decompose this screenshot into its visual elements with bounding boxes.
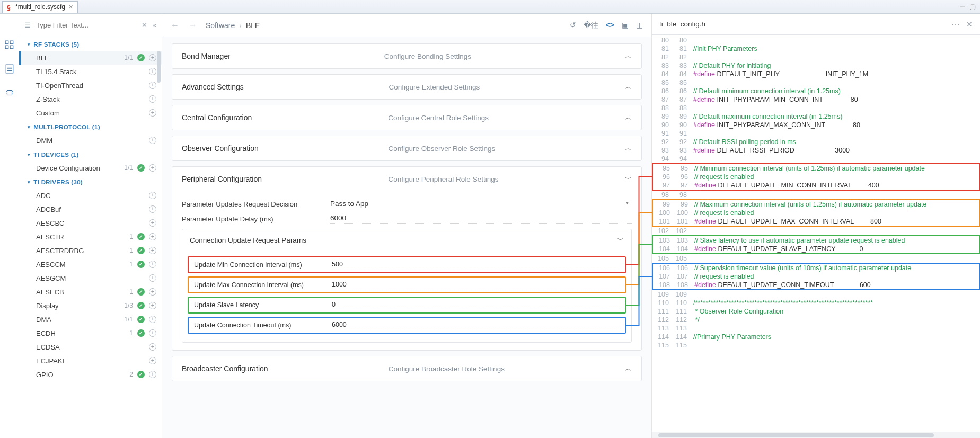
forward-icon[interactable]: → <box>189 21 197 30</box>
subcard-header[interactable]: Connection Update Request Params ﹀ <box>182 229 631 251</box>
more-icon[interactable]: ⋯ <box>951 19 966 29</box>
check-icon <box>137 371 145 378</box>
add-icon[interactable] <box>149 288 156 296</box>
tree-category[interactable]: TI DEVICES (1) <box>19 147 162 161</box>
tree-item[interactable]: DMA1/1 <box>19 312 162 326</box>
code-hscrollbar[interactable] <box>652 432 980 438</box>
tree-item[interactable]: AESCTR1 <box>19 230 162 244</box>
input-max-conn[interactable]: 1000 <box>332 281 620 289</box>
add-icon[interactable] <box>149 329 156 337</box>
tree-item[interactable]: DMM <box>19 133 162 147</box>
box-icon[interactable]: ▣ <box>622 21 629 30</box>
code-line: 8282 <box>652 53 980 61</box>
add-icon[interactable] <box>149 316 156 323</box>
tree-item-count: 1/1 <box>124 164 133 172</box>
back-icon[interactable]: ← <box>171 21 179 30</box>
code-line: 8383// Default PHY for initiating <box>652 61 980 70</box>
filter-input[interactable] <box>36 21 136 29</box>
tree-item[interactable]: Custom <box>19 106 162 120</box>
close-tab-icon[interactable]: ✕ <box>68 4 73 11</box>
chevron-up-icon: ︿ <box>625 364 632 373</box>
tree-category[interactable]: MULTI-PROTOCOL (1) <box>19 120 162 133</box>
grid-icon[interactable] <box>5 40 14 51</box>
layout-icon[interactable]: ◫ <box>636 21 643 30</box>
add-icon[interactable] <box>149 68 156 75</box>
add-icon[interactable] <box>149 302 156 309</box>
restore-icon[interactable]: ▢ <box>969 3 976 11</box>
input-delay[interactable]: 6000 <box>330 214 632 224</box>
card-header[interactable]: Advanced Settings Configure Extended Set… <box>172 75 641 99</box>
add-icon[interactable] <box>149 137 156 144</box>
add-icon[interactable] <box>149 343 156 351</box>
add-icon[interactable] <box>149 109 156 117</box>
check-icon <box>137 247 145 254</box>
tree-item[interactable]: AESCTRDRBG1 <box>19 244 162 257</box>
tree-category[interactable]: TI DRIVERS (30) <box>19 175 162 189</box>
tree-item[interactable]: ECDH1 <box>19 326 162 340</box>
add-icon[interactable] <box>149 54 156 61</box>
tree-item[interactable]: TI 15.4 Stack <box>19 65 162 78</box>
crumb-ble[interactable]: BLE <box>246 21 260 30</box>
tree-item[interactable]: ADC <box>19 189 162 202</box>
add-icon[interactable] <box>149 219 156 227</box>
tree-item[interactable]: GPIO2 <box>19 368 162 381</box>
chip-icon[interactable] <box>5 88 14 99</box>
code-panel: ti_ble_config.h ⋯ ✕ 80808181//Init PHY P… <box>651 14 980 438</box>
add-icon[interactable] <box>149 247 156 254</box>
card-header[interactable]: Broadcaster Configuration Configure Broa… <box>172 356 641 381</box>
tree-item-label: DMM <box>36 137 52 145</box>
check-icon <box>137 261 145 268</box>
add-icon[interactable] <box>149 192 156 199</box>
tree-item[interactable]: AESCBC <box>19 216 162 230</box>
tree-item[interactable]: Z-Stack <box>19 92 162 106</box>
tree-item[interactable]: Device Configuration1/1 <box>19 161 162 175</box>
add-icon[interactable] <box>149 274 156 282</box>
add-icon[interactable] <box>149 261 156 268</box>
check-icon <box>137 302 145 309</box>
tree-item-label: AESCCM <box>36 261 66 269</box>
calc-icon[interactable] <box>5 64 14 75</box>
code-view[interactable]: 80808181//Init PHY Parameters82828383// … <box>652 35 980 432</box>
input-conn-timeout[interactable]: 6000 <box>332 321 620 329</box>
add-icon[interactable] <box>149 233 156 240</box>
select-decision[interactable]: Pass to App <box>330 200 632 209</box>
code-icon[interactable]: <> <box>606 21 614 30</box>
input-slave-latency[interactable]: 0 <box>332 301 620 309</box>
sidebar-scrollbar[interactable] <box>157 51 161 83</box>
collapse-sidebar-icon[interactable]: « <box>153 21 156 29</box>
tree-item[interactable]: AESCCM1 <box>19 257 162 271</box>
close-code-icon[interactable]: ✕ <box>966 20 973 29</box>
editor-tab[interactable]: § *multi_role.syscfg ✕ <box>2 1 78 13</box>
tree-item[interactable]: ADCBuf <box>19 202 162 216</box>
card-header[interactable]: Observer Configuration Configure Observe… <box>172 136 641 160</box>
add-icon[interactable] <box>149 95 156 103</box>
add-icon[interactable] <box>149 205 156 213</box>
svg-rect-0 <box>5 41 8 44</box>
tree-item[interactable]: ECJPAKE <box>19 354 162 368</box>
input-min-conn[interactable]: 500 <box>332 261 620 269</box>
add-icon[interactable] <box>149 371 156 378</box>
tree-item[interactable]: TI-OpenThread <box>19 78 162 92</box>
tree-item[interactable]: AESECB1 <box>19 285 162 299</box>
card-header[interactable]: Central Configuration Configure Central … <box>172 105 641 130</box>
add-icon[interactable] <box>149 357 156 364</box>
chevron-up-icon: ︿ <box>625 113 632 122</box>
tree-item-label: AESCTRDRBG <box>36 247 84 255</box>
tree-item[interactable]: ECDSA <box>19 340 162 354</box>
history-icon[interactable]: ↺ <box>570 21 576 30</box>
code-line: 110110/*********************************… <box>652 299 980 307</box>
card-header[interactable]: Bond Manager Configure Bonding Settings … <box>172 44 641 68</box>
code-line: 109109 <box>652 290 980 299</box>
tree-category[interactable]: RF STACKS (5) <box>19 37 162 51</box>
card-header[interactable]: Peripheral Configuration Configure Perip… <box>172 167 641 191</box>
tree-item[interactable]: BLE1/1 <box>19 51 162 65</box>
minimize-icon[interactable]: ─ <box>960 3 965 11</box>
add-icon[interactable] <box>149 164 156 172</box>
clear-filter-icon[interactable]: ✕ <box>142 21 147 29</box>
module-tree[interactable]: RF STACKS (5)BLE1/1TI 15.4 StackTI-OpenT… <box>19 37 162 438</box>
add-icon[interactable] <box>149 82 156 89</box>
settings-icon[interactable]: �往 <box>584 21 598 30</box>
crumb-software[interactable]: Software <box>206 21 235 30</box>
tree-item[interactable]: Display1/3 <box>19 299 162 312</box>
tree-item[interactable]: AESGCM <box>19 271 162 285</box>
